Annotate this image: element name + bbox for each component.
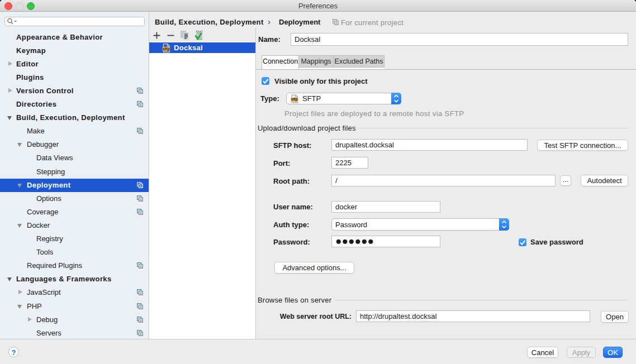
svg-text:sftp: sftp [291,97,298,102]
svg-text:sftp: sftp [163,46,170,51]
